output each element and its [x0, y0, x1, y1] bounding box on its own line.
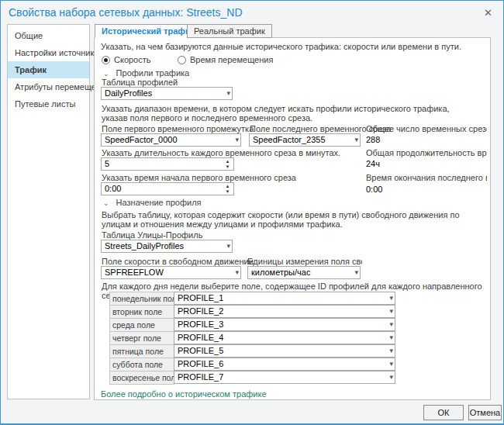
saturday-field-value: PROFILE_6	[178, 359, 223, 368]
profiles-table-dropdown[interactable]: DailyProfiles ▾	[101, 87, 233, 100]
network-dataset-properties-dialog: Свойства набора сетевых данных: Streets_…	[0, 0, 504, 425]
historical-traffic-panel: Указать, на чем базируются данные истори…	[94, 37, 491, 400]
start-time-hint: Указать время начала первого временного …	[102, 173, 296, 182]
weekday-label: среда поле	[109, 318, 174, 332]
wednesday-field-value: PROFILE_3	[178, 320, 223, 329]
section-traffic-profiles-label: Профили трафика	[116, 68, 190, 78]
start-time-value: 0:00	[105, 184, 121, 193]
radio-travel-time[interactable]: Время перемещения	[178, 55, 273, 64]
dropdown-arrow-icon: ▾	[389, 332, 393, 344]
first-field-label: Поле первого временного промежутка	[102, 124, 254, 133]
dropdown-arrow-icon: ▾	[389, 371, 393, 383]
duration-hint: Указать длительность каждого временного …	[102, 148, 340, 157]
dropdown-arrow-icon: ▾	[235, 267, 239, 278]
historical-traffic-help-link[interactable]: Более подробно о историческом трафике	[101, 389, 267, 399]
dropdown-arrow-icon: ▾	[226, 88, 230, 99]
radio-speed-label: Скорость	[114, 55, 151, 64]
friday-field-dropdown[interactable]: PROFILE_5▾	[174, 344, 395, 358]
radio-speed[interactable]: Скорость	[102, 55, 151, 64]
monday-field-value: PROFILE_1	[178, 293, 223, 302]
radio-dot	[102, 56, 110, 64]
slice-duration-value: 5	[105, 159, 109, 168]
dropdown-arrow-icon: ▾	[354, 267, 358, 278]
close-icon[interactable]: ✕	[481, 5, 495, 20]
sidebar: Общие Настройки источника Трафик Атрибут…	[7, 24, 90, 399]
total-slices-label: Общее число временных срезов	[366, 124, 487, 133]
tab-live-traffic[interactable]: Реальный трафик	[187, 24, 272, 38]
end-time-label: Время окончания последнего временного	[366, 173, 487, 182]
total-duration-value: 24ч	[366, 159, 380, 168]
units-dropdown[interactable]: километры/час ▾	[247, 266, 361, 279]
weekday-label: понедельник поле	[109, 292, 174, 306]
thursday-field-dropdown[interactable]: PROFILE_4▾	[174, 331, 395, 344]
dropdown-arrow-icon: ▾	[354, 134, 358, 146]
dropdown-arrow-icon: ▾	[226, 240, 230, 252]
section-profile-assignment-label: Назначение профиля	[116, 198, 202, 207]
range-hint: Указать диапазон времени, в котором след…	[102, 104, 475, 123]
total-slices-value: 288	[366, 135, 380, 144]
end-time-value: 0:00	[366, 185, 382, 194]
saturday-field-dropdown[interactable]: PROFILE_6▾	[174, 358, 395, 371]
freeflow-field-value: SPFREEFLOW	[105, 268, 164, 277]
last-field-value: SpeedFactor_2355	[253, 135, 326, 144]
dropdown-arrow-icon: ▾	[389, 358, 393, 370]
dropdown-arrow-icon: ▾	[389, 345, 393, 357]
weekday-label: воскресенье поле	[109, 371, 174, 385]
weekday-label: пятница поле	[109, 344, 174, 358]
sidebar-item-directions[interactable]: Путевые листы	[8, 95, 89, 112]
ok-button[interactable]: ОК	[423, 405, 464, 420]
tuesday-field-dropdown[interactable]: PROFILE_2▾	[174, 305, 395, 318]
total-duration-label: Общая продолжительность временных ср	[366, 148, 487, 157]
units-label: Единицы измерения поля свободного реж	[247, 257, 362, 266]
wednesday-field-dropdown[interactable]: PROFILE_3▾	[174, 318, 395, 331]
start-time-spinner[interactable]: 0:00 ▲▼	[101, 182, 234, 195]
section-profile-assignment[interactable]: ⌄ Назначение профиля	[103, 198, 202, 207]
section-traffic-profiles[interactable]: ⌄ Профили трафика	[103, 68, 189, 78]
dropdown-arrow-icon: ▾	[235, 134, 239, 146]
first-field-value: SpeedFactor_0000	[105, 135, 178, 144]
dropdown-arrow-icon: ▾	[389, 292, 393, 304]
sunday-field-value: PROFILE_7	[178, 372, 223, 382]
radio-travel-time-label: Время перемещения	[190, 55, 273, 64]
freeflow-field-dropdown[interactable]: SPFREEFLOW ▾	[101, 266, 241, 279]
tuesday-field-value: PROFILE_2	[178, 306, 223, 316]
weekday-label: четверг поле	[109, 331, 174, 345]
first-field-dropdown[interactable]: SpeedFactor_0000 ▾	[101, 133, 241, 147]
dropdown-arrow-icon: ▾	[389, 319, 393, 330]
last-field-dropdown[interactable]: SpeedFactor_2355 ▾	[249, 133, 361, 147]
weekday-label: вторник поле	[109, 305, 174, 319]
spinner-arrows-icon[interactable]: ▲▼	[223, 158, 233, 170]
spinner-arrows-icon[interactable]: ▲▼	[223, 183, 233, 195]
join-table-label: Таблица Улицы-Профиль	[102, 230, 202, 240]
chevron-down-icon: ⌄	[103, 70, 109, 78]
intro-text: Указать, на чем базируются данные истори…	[101, 42, 484, 51]
tab-historical-traffic[interactable]: Исторический трафик	[95, 24, 202, 38]
profiles-table-label: Таблица профилей	[102, 78, 178, 87]
units-value: километры/час	[251, 268, 310, 277]
sidebar-item-traffic[interactable]: Трафик	[8, 61, 89, 78]
dropdown-arrow-icon: ▾	[389, 306, 393, 317]
join-table-dropdown[interactable]: Streets_DailyProfiles ▾	[101, 240, 233, 253]
sidebar-item-general[interactable]: Общие	[8, 27, 89, 44]
dialog-title: Свойства набора сетевых данных: Streets_…	[9, 6, 243, 19]
cancel-button[interactable]: Отмена	[468, 405, 502, 420]
join-table-value: Streets_DailyProfiles	[105, 241, 184, 251]
thursday-field-value: PROFILE_4	[178, 333, 223, 342]
friday-field-value: PROFILE_5	[178, 346, 223, 355]
sunday-field-dropdown[interactable]: PROFILE_7▾	[174, 371, 395, 384]
weekday-label: суббота поле	[109, 358, 174, 371]
sidebar-item-travel-attributes[interactable]: Атрибуты перемещения	[8, 78, 89, 95]
assignment-hint: Выбрать таблицу, которая содержит скорос…	[102, 210, 487, 229]
sidebar-item-source-settings[interactable]: Настройки источника	[8, 44, 89, 61]
radio-dot	[178, 56, 186, 64]
chevron-down-icon: ⌄	[103, 199, 109, 207]
slice-duration-spinner[interactable]: 5 ▲▼	[101, 157, 234, 171]
profiles-table-value: DailyProfiles	[105, 88, 152, 98]
monday-field-dropdown[interactable]: PROFILE_1▾	[174, 292, 395, 305]
freeflow-field-label: Поле скорости в свободном движении	[102, 257, 254, 266]
